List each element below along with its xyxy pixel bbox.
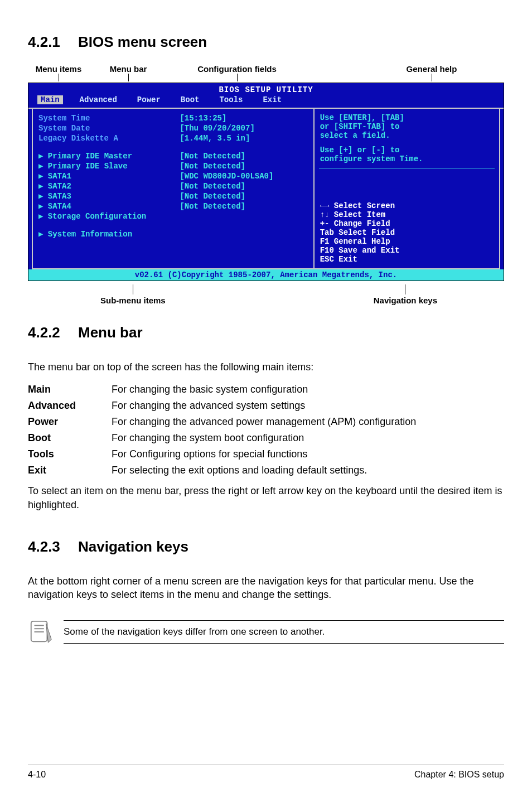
row-pis[interactable]: Primary IDE Slave bbox=[48, 162, 128, 171]
secnum-421: 4.2.1 bbox=[28, 33, 78, 51]
def-tools-v: For Configuring options for special func… bbox=[112, 446, 504, 462]
ann-menu-bar: Menu bar bbox=[110, 64, 147, 74]
def-boot-v: For changing the system boot configurati… bbox=[112, 430, 504, 446]
chapter-label: Chapter 4: BIOS setup bbox=[414, 770, 504, 780]
sectitle-422: Menu bar bbox=[78, 324, 143, 341]
row-sata1[interactable]: SATA1 bbox=[48, 172, 71, 181]
def-main-k: Main bbox=[28, 381, 112, 398]
tab-tools[interactable]: Tools bbox=[216, 95, 246, 104]
menubar-outro: To select an item on the menu bar, press… bbox=[28, 484, 504, 511]
val-legacy[interactable]: [1.44M, 3.5 in] bbox=[180, 133, 307, 143]
chevron-right-icon: ▶ bbox=[38, 162, 48, 171]
page-footer: 4-10 Chapter 4: BIOS setup bbox=[28, 765, 504, 780]
tab-exit[interactable]: Exit bbox=[259, 95, 285, 104]
val-sata3: [Not Detected] bbox=[180, 191, 307, 201]
bottom-annotations: Sub-menu items Navigation keys bbox=[28, 284, 504, 305]
ann-navkeys: Navigation keys bbox=[374, 296, 437, 305]
val-pim: [Not Detected] bbox=[180, 151, 307, 161]
top-annotations: Menu items Menu bar Configuration fields… bbox=[28, 64, 504, 81]
key-select-screen: ←→ Select Screen bbox=[320, 201, 494, 210]
val-sata2: [Not Detected] bbox=[180, 181, 307, 191]
tab-power[interactable]: Power bbox=[134, 95, 164, 104]
note-text: Some of the navigation keys differ from … bbox=[64, 620, 504, 644]
heading-422: 4.2.2Menu bar bbox=[28, 324, 504, 341]
note-icon bbox=[28, 619, 54, 645]
menu-definitions: MainFor changing the basic system config… bbox=[28, 381, 504, 479]
help-l2: or [SHIFT-TAB] to bbox=[320, 122, 494, 131]
page-number: 4-10 bbox=[28, 770, 46, 780]
def-pow-v: For changing the advanced power manageme… bbox=[112, 414, 504, 430]
help-l1: Use [ENTER], [TAB] bbox=[320, 113, 494, 122]
help-l4: Use [+] or [-] to bbox=[320, 146, 494, 154]
chevron-right-icon: ▶ bbox=[38, 202, 48, 211]
chevron-right-icon: ▶ bbox=[38, 152, 48, 161]
val-system-date[interactable]: [Thu 09/20/2007] bbox=[180, 123, 307, 133]
heading-421: 4.2.1BIOS menu screen bbox=[28, 33, 504, 51]
ann-submenu: Sub-menu items bbox=[100, 296, 166, 305]
def-pow-k: Power bbox=[28, 414, 112, 430]
def-tools-k: Tools bbox=[28, 446, 112, 462]
row-pim[interactable]: Primary IDE Master bbox=[48, 152, 132, 161]
row-sata2[interactable]: SATA2 bbox=[48, 182, 71, 191]
def-main-v: For changing the basic system configurat… bbox=[112, 381, 504, 398]
bios-screenshot: BIOS SETUP UTILITY Main Advanced Power B… bbox=[28, 83, 504, 281]
secnum-423: 4.2.3 bbox=[28, 538, 78, 555]
ann-menu-items: Menu items bbox=[36, 64, 82, 74]
ann-general-help: General help bbox=[407, 64, 457, 74]
key-select-field: Tab Select Field bbox=[320, 228, 494, 237]
key-select-item: ↑↓ Select Item bbox=[320, 210, 494, 219]
sectitle-421: BIOS menu screen bbox=[78, 33, 207, 50]
help-l3: select a field. bbox=[320, 131, 494, 140]
key-general-help: F1 General Help bbox=[320, 237, 494, 246]
chevron-right-icon: ▶ bbox=[38, 172, 48, 181]
def-adv-v: For changing the advanced system setting… bbox=[112, 398, 504, 414]
bios-menubar: Main Advanced Power Boot Tools Exit bbox=[28, 94, 504, 108]
row-legacy[interactable]: Legacy Diskette A bbox=[38, 133, 180, 143]
bios-title: BIOS SETUP UTILITY bbox=[28, 83, 504, 94]
row-system-date[interactable]: System Date bbox=[38, 123, 180, 133]
row-storage-config[interactable]: Storage Configuration bbox=[48, 212, 146, 221]
chevron-right-icon: ▶ bbox=[38, 230, 48, 239]
help-l5: configure system Time. bbox=[320, 154, 494, 163]
navkeys-body: At the bottom right corner of a menu scr… bbox=[28, 574, 504, 602]
val-sata4: [Not Detected] bbox=[180, 201, 307, 211]
tab-boot[interactable]: Boot bbox=[177, 95, 203, 104]
key-change-field: +- Change Field bbox=[320, 219, 494, 228]
key-exit: ESC Exit bbox=[320, 255, 494, 264]
tab-advanced[interactable]: Advanced bbox=[76, 95, 120, 104]
chevron-right-icon: ▶ bbox=[38, 212, 48, 221]
chevron-right-icon: ▶ bbox=[38, 182, 48, 191]
row-system-time[interactable]: System Time bbox=[38, 113, 180, 123]
note-block: Some of the navigation keys differ from … bbox=[28, 619, 504, 645]
heading-423: 4.2.3Navigation keys bbox=[28, 538, 504, 555]
def-exit-v: For selecting the exit options and loadi… bbox=[112, 462, 504, 479]
bios-footer: v02.61 (C)Copyright 1985-2007, American … bbox=[28, 269, 504, 281]
val-pis: [Not Detected] bbox=[180, 161, 307, 171]
row-sata3[interactable]: SATA3 bbox=[48, 192, 71, 201]
def-boot-k: Boot bbox=[28, 430, 112, 446]
chevron-right-icon: ▶ bbox=[38, 192, 48, 201]
key-save-exit: F10 Save and Exit bbox=[320, 246, 494, 255]
ann-config-fields: Configuration fields bbox=[197, 64, 277, 74]
def-adv-k: Advanced bbox=[28, 398, 112, 414]
sectitle-423: Navigation keys bbox=[78, 538, 188, 555]
def-exit-k: Exit bbox=[28, 462, 112, 479]
val-sata1: [WDC WD800JD-00LSA0] bbox=[180, 171, 307, 181]
secnum-422: 4.2.2 bbox=[28, 324, 78, 341]
val-system-time[interactable]: [15:13:25] bbox=[180, 113, 307, 123]
row-system-info[interactable]: System Information bbox=[48, 230, 132, 239]
row-sata4[interactable]: SATA4 bbox=[48, 202, 71, 211]
tab-main[interactable]: Main bbox=[37, 95, 63, 104]
menubar-intro: The menu bar on top of the screen has th… bbox=[28, 360, 504, 374]
